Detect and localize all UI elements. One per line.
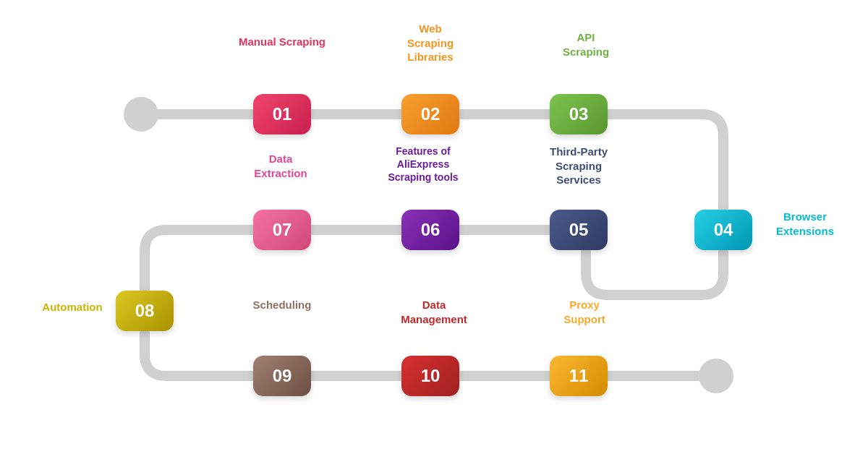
node-08: 08 bbox=[116, 291, 174, 331]
node-10: 10 bbox=[401, 356, 459, 396]
node-02: 02 bbox=[401, 94, 459, 134]
label-11: ProxySupport bbox=[541, 298, 628, 326]
node-11: 11 bbox=[550, 356, 608, 396]
label-06: Features ofAliExpressScraping tools bbox=[354, 145, 492, 184]
label-08: Automation bbox=[36, 300, 109, 314]
label-04: BrowserExtensions bbox=[758, 210, 852, 238]
label-10: DataManagement bbox=[387, 298, 481, 326]
label-09: Scheduling bbox=[239, 298, 326, 312]
label-01: Manual Scraping bbox=[231, 35, 333, 49]
node-09: 09 bbox=[253, 356, 311, 396]
end-endpoint bbox=[699, 359, 733, 393]
label-05: Third-PartyScrapingServices bbox=[521, 145, 637, 187]
node-05: 05 bbox=[550, 210, 608, 250]
node-01: 01 bbox=[253, 94, 311, 134]
node-06: 06 bbox=[401, 210, 459, 250]
diagram: .line { stroke: #d0d0d0; stroke-width: 1… bbox=[0, 0, 868, 454]
node-03: 03 bbox=[550, 94, 608, 134]
label-03: APIScraping bbox=[542, 30, 629, 59]
node-04: 04 bbox=[694, 210, 752, 250]
label-07: DataExtraction bbox=[230, 152, 331, 180]
label-02: WebScrapingLibraries bbox=[376, 22, 485, 64]
node-07: 07 bbox=[253, 210, 311, 250]
start-endpoint bbox=[124, 97, 158, 132]
